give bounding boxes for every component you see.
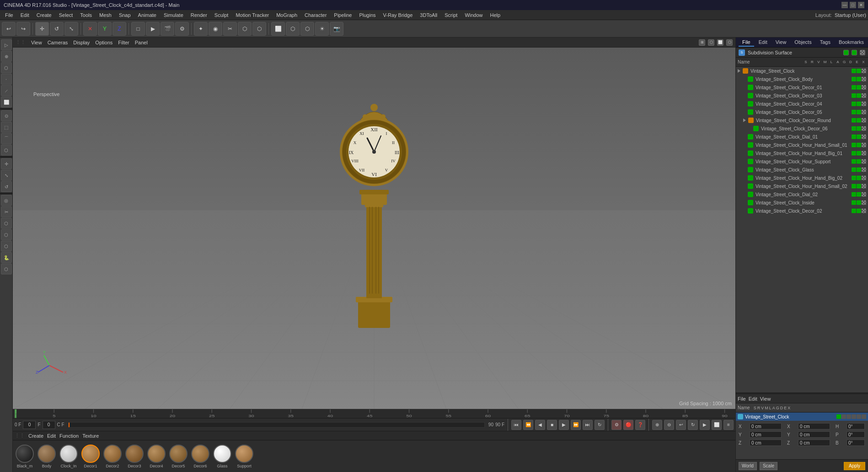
- x-value-input[interactable]: [750, 423, 782, 429]
- obj-vis-icon[interactable]: [852, 192, 856, 197]
- undo-button[interactable]: ↩: [2, 22, 16, 36]
- obj-render-icon[interactable]: [857, 167, 861, 172]
- y-axis-button[interactable]: Y: [98, 22, 112, 36]
- obj-render-icon[interactable]: [857, 102, 861, 106]
- object-list-item[interactable]: Vintage_Street_Clock_Decor_03: [736, 91, 868, 100]
- material-item[interactable]: Glass: [213, 445, 231, 468]
- viewport-menu-cameras[interactable]: Cameras: [48, 40, 68, 45]
- obj-vis-icon[interactable]: [852, 134, 856, 139]
- stop-button[interactable]: ■: [547, 420, 557, 430]
- menu-item-select[interactable]: Select: [56, 11, 76, 19]
- obj-vis-icon[interactable]: [852, 200, 856, 205]
- sel-icon-4[interactable]: [852, 414, 856, 419]
- auto-key-button[interactable]: ❓: [635, 420, 645, 430]
- obj-render-icon[interactable]: [857, 176, 861, 180]
- tab-bookmarks[interactable]: Bookmarks: [835, 38, 868, 47]
- menu-item-create[interactable]: Create: [33, 11, 55, 19]
- x-axis-button[interactable]: ✕: [83, 22, 97, 36]
- cube-button[interactable]: ⬜: [271, 22, 285, 36]
- edge-mode-button[interactable]: ⟋: [1, 85, 12, 96]
- menu-item-snap[interactable]: Snap: [116, 11, 134, 19]
- viewport-menu-view[interactable]: View: [31, 40, 42, 45]
- sel-icon-6[interactable]: [862, 414, 866, 419]
- frame-number-input[interactable]: [23, 421, 36, 429]
- object-list-item[interactable]: Vintage_Street_Clock_Hour_Support: [736, 157, 868, 166]
- render-settings-button[interactable]: ⚙: [175, 22, 189, 36]
- sphere-button[interactable]: ⬡: [286, 22, 300, 36]
- sculpt-tool-button[interactable]: ⬡: [1, 229, 12, 240]
- maximize-button[interactable]: □: [850, 2, 856, 8]
- obj-render-icon[interactable]: [857, 143, 861, 147]
- obj-render-icon[interactable]: [857, 77, 861, 81]
- world-button[interactable]: World: [739, 462, 757, 470]
- object-list-item[interactable]: Vintage_Street_Clock_Body: [736, 75, 868, 83]
- rect-sel-button[interactable]: ⬚: [1, 122, 12, 133]
- bevel-button[interactable]: ⬡: [252, 22, 266, 36]
- sel-icon-1[interactable]: [836, 414, 841, 419]
- object-list-item[interactable]: Vintage_Street_Clock_Hour_Hand_Big_01: [736, 149, 868, 157]
- tab-file[interactable]: File: [739, 38, 754, 47]
- object-list-item[interactable]: Vintage_Street_Clock_Hour_Hand_Small_01: [736, 141, 868, 149]
- object-mode-button[interactable]: ⊕: [1, 51, 12, 62]
- extrude-button[interactable]: ⬡: [238, 22, 252, 36]
- material-item[interactable]: Clock_In: [59, 445, 78, 468]
- menu-item-animate[interactable]: Animate: [135, 11, 160, 19]
- sel-icon-3[interactable]: [847, 414, 851, 419]
- texture-mode-button[interactable]: ⬡: [1, 62, 12, 73]
- material-menu-texture[interactable]: Texture: [82, 433, 99, 439]
- menu-item-plugins[interactable]: Plugins: [356, 11, 379, 19]
- subdiv-green-2[interactable]: [852, 50, 857, 55]
- object-list-item[interactable]: Vintage_Street_Clock_Decor_06: [736, 124, 868, 133]
- obj-vis-icon[interactable]: [852, 85, 856, 90]
- p-value-input[interactable]: [847, 431, 865, 438]
- obj-render-icon[interactable]: [857, 118, 861, 123]
- obj-vis-icon[interactable]: [852, 209, 856, 213]
- obj-render-icon[interactable]: [857, 192, 861, 197]
- render-preview-button[interactable]: ▶: [146, 22, 160, 36]
- menu-item-vray[interactable]: V-Ray Bridge: [380, 11, 416, 19]
- attr-menu-edit[interactable]: Edit: [749, 396, 757, 402]
- obj-vis-icon[interactable]: [852, 159, 856, 164]
- extra-tool-button[interactable]: ⬡: [1, 263, 12, 274]
- obj-vis-icon[interactable]: [852, 110, 856, 114]
- menu-item-tools[interactable]: Tools: [77, 11, 95, 19]
- obj-render-icon[interactable]: [857, 159, 861, 164]
- viewport-icon-1[interactable]: ⊞: [699, 39, 705, 46]
- material-item[interactable]: Decor4: [147, 445, 166, 468]
- light-button[interactable]: ☀: [315, 22, 329, 36]
- poly-sel-button[interactable]: ⬡: [1, 145, 12, 156]
- live-sel-button[interactable]: ⊙: [1, 110, 12, 121]
- point-mode-button[interactable]: ·: [1, 74, 12, 85]
- menu-item-simulate[interactable]: Simulate: [161, 11, 187, 19]
- render-region-button[interactable]: □: [131, 22, 145, 36]
- render-to-picture-button[interactable]: 🎬: [161, 22, 174, 36]
- obj-render-icon[interactable]: [857, 200, 861, 205]
- motion-clip-button[interactable]: ▶: [700, 420, 710, 430]
- material-menu-function[interactable]: Function: [59, 433, 79, 439]
- z-axis-button[interactable]: Z: [113, 22, 126, 36]
- b-value-input[interactable]: [847, 440, 865, 446]
- attr-menu-file[interactable]: File: [738, 396, 746, 402]
- menu-item-3dtoall[interactable]: 3DToAll: [417, 11, 440, 19]
- attr-menu-view[interactable]: View: [760, 396, 771, 402]
- apply-button[interactable]: Apply: [844, 462, 865, 470]
- viewport-menu-display[interactable]: Display: [73, 40, 90, 45]
- material-item[interactable]: Support: [235, 445, 253, 468]
- go-to-end-button[interactable]: ⏭: [583, 420, 593, 430]
- timeline-scrubber[interactable]: [68, 422, 485, 428]
- cylinder-button[interactable]: ⬡: [300, 22, 314, 36]
- close-button[interactable]: ✕: [858, 2, 864, 8]
- sel-icon-2[interactable]: [841, 414, 846, 419]
- motion-layer-button[interactable]: ⬜: [712, 420, 722, 430]
- menu-item-help[interactable]: Help: [487, 11, 504, 19]
- scale-tool-left[interactable]: ⤡: [1, 170, 12, 181]
- menu-item-sculpt[interactable]: Sculpt: [211, 11, 232, 19]
- material-item[interactable]: Decor6: [191, 445, 209, 468]
- obj-vis-icon[interactable]: [852, 167, 856, 172]
- sel-icon-5[interactable]: [857, 414, 861, 419]
- obj-render-icon[interactable]: [857, 85, 861, 90]
- tab-objects[interactable]: Objects: [791, 38, 815, 47]
- menu-item-edit[interactable]: Edit: [17, 11, 32, 19]
- x2-value-input[interactable]: [798, 423, 830, 429]
- material-item[interactable]: Decor1: [81, 445, 100, 468]
